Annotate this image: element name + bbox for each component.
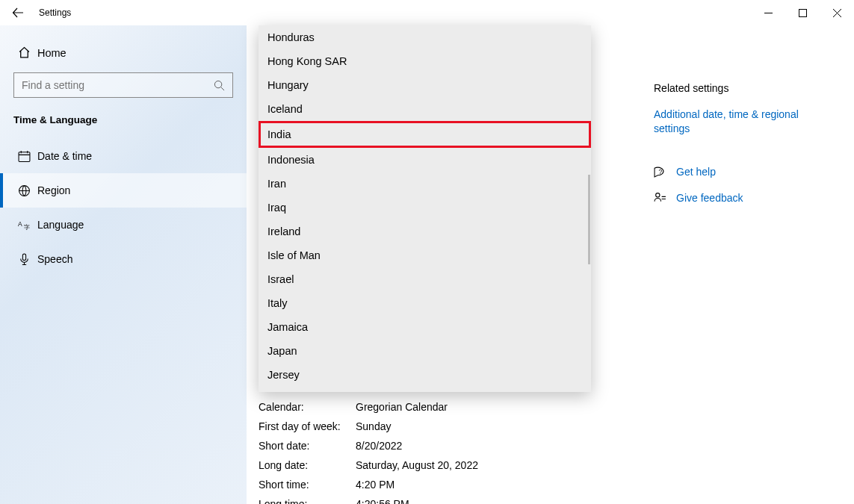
format-row: First day of week:Sunday [259,417,478,436]
regional-format-data: Calendar:Gregorian Calendar First day of… [259,397,478,504]
country-option[interactable]: Israel [259,267,591,291]
country-option[interactable]: Jamaica [259,315,591,339]
help-icon: ? [654,166,676,178]
country-option[interactable]: Hungary [259,73,591,97]
svg-point-1 [214,81,221,87]
country-option[interactable]: Jersey [259,363,591,387]
home-label: Home [37,47,66,59]
home-icon [13,46,34,59]
microphone-icon [13,253,34,266]
titlebar: Settings [0,0,854,25]
home-nav[interactable]: Home [0,40,247,72]
additional-settings-link[interactable]: Additional date, time & regional setting… [654,108,818,136]
give-feedback-link[interactable]: Give feedback [654,192,818,205]
search-input[interactable] [13,72,233,98]
search-field[interactable] [22,79,214,91]
country-option[interactable]: Iceland [259,97,591,121]
country-option[interactable]: Italy [259,291,591,315]
section-title: Time & Language [0,114,247,139]
window-controls [751,0,854,25]
maximize-button[interactable] [785,0,820,25]
svg-text:A: A [18,220,22,228]
country-option[interactable]: Isle of Man [259,243,591,267]
country-option[interactable]: Iran [259,172,591,196]
nav-label: Language [37,219,84,231]
country-option[interactable]: Japan [259,339,591,363]
svg-rect-2 [19,152,30,161]
svg-text:字: 字 [23,224,29,231]
country-option[interactable]: Iraq [259,196,591,220]
get-help-link[interactable]: ? Get help [654,166,818,178]
nav-language[interactable]: A字 Language [0,208,247,242]
app-title: Settings [39,7,71,18]
country-option[interactable]: India [259,121,591,148]
maximize-icon [799,9,807,17]
sidebar: Home Time & Language Date & time Region … [0,25,247,504]
country-option[interactable]: Honduras [259,25,591,49]
country-option[interactable]: Hong Kong SAR [259,49,591,73]
close-button[interactable] [820,0,854,25]
svg-rect-6 [22,254,25,261]
related-settings: Related settings Additional date, time &… [654,82,818,218]
arrow-left-icon [12,7,24,19]
search-icon [214,80,225,91]
minimize-button[interactable] [751,0,785,25]
country-option[interactable]: Indonesia [259,148,591,172]
calendar-clock-icon [13,150,34,163]
close-icon [833,9,841,17]
country-dropdown[interactable]: HondurasHong Kong SARHungaryIcelandIndia… [259,25,591,392]
nav-region[interactable]: Region [0,173,247,208]
nav-label: Speech [37,253,72,265]
svg-rect-0 [799,9,806,16]
svg-point-8 [656,193,660,196]
format-row: Short date:8/20/2022 [259,436,478,455]
nav-date-time[interactable]: Date & time [0,139,247,173]
minimize-icon [764,9,773,17]
nav-label: Date & time [37,150,92,162]
feedback-icon [654,192,676,205]
country-option[interactable]: Ireland [259,220,591,243]
feedback-label: Give feedback [676,192,743,204]
format-row: Calendar:Gregorian Calendar [259,397,478,417]
related-heading: Related settings [654,82,818,94]
globe-icon [13,184,34,197]
back-button[interactable] [0,0,36,25]
format-row: Short time:4:20 PM [259,475,478,494]
help-label: Get help [676,166,716,178]
nav-speech[interactable]: Speech [0,242,247,276]
language-icon: A字 [13,219,34,231]
scrollbar-thumb[interactable] [588,175,590,264]
format-row: Long time:4:20:56 PM [259,494,478,504]
nav-label: Region [37,184,70,196]
format-row: Long date:Saturday, August 20, 2022 [259,455,478,475]
svg-text:?: ? [658,167,662,175]
